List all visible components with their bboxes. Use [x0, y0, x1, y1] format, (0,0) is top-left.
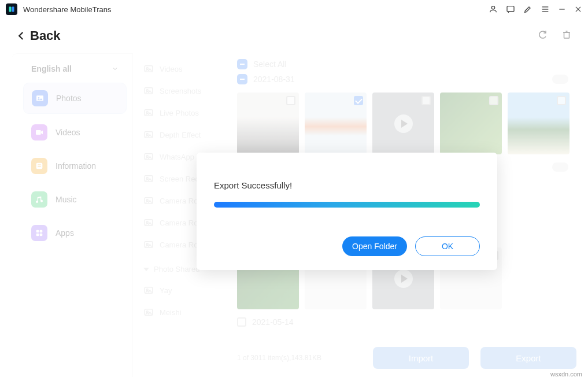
export-success-modal: Export Successfully! Open Folder OK — [197, 153, 497, 270]
edit-icon[interactable] — [523, 5, 532, 14]
app-title: Wondershare MobileTrans — [23, 5, 111, 14]
app-logo — [6, 3, 17, 15]
back-button[interactable]: Back — [16, 28, 61, 43]
svg-rect-3 — [507, 6, 514, 12]
titlebar: Wondershare MobileTrans — [0, 0, 588, 19]
svg-rect-1 — [12, 7, 14, 12]
svg-point-2 — [491, 6, 494, 9]
svg-rect-10 — [564, 32, 569, 38]
back-bar: Back — [0, 19, 588, 53]
progress-bar — [214, 202, 480, 208]
open-folder-button[interactable]: Open Folder — [342, 236, 407, 256]
menu-icon[interactable] — [541, 5, 550, 14]
svg-rect-0 — [9, 7, 12, 12]
modal-message: Export Successfully! — [214, 180, 480, 190]
refresh-icon[interactable] — [537, 29, 548, 42]
minimize-icon[interactable] — [558, 5, 566, 13]
watermark: wsxdn.com — [550, 371, 582, 378]
back-label: Back — [30, 28, 61, 43]
account-icon[interactable] — [489, 5, 498, 14]
ok-button[interactable]: OK — [415, 236, 480, 256]
message-icon[interactable] — [506, 5, 515, 14]
close-icon[interactable] — [574, 5, 582, 13]
trash-icon[interactable] — [561, 29, 572, 42]
